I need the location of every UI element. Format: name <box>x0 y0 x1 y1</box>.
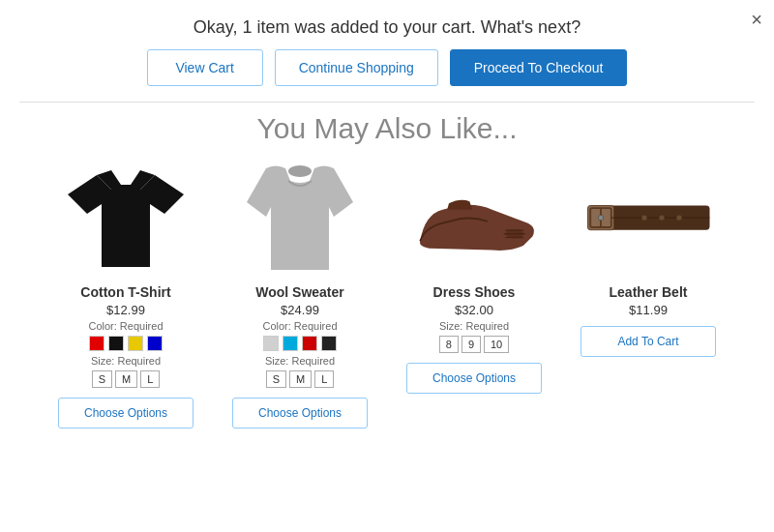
product-image-cotton-tshirt <box>58 161 194 277</box>
size-option[interactable]: 9 <box>461 336 481 353</box>
size-options-wool-sweater: SML <box>266 370 335 388</box>
add-to-cart-button[interactable]: Add To Cart <box>580 326 716 357</box>
size-options-cotton-tshirt: SML <box>92 370 161 388</box>
product-price-cotton-tshirt: $12.99 <box>106 303 145 317</box>
product-image-dress-shoes <box>406 161 542 277</box>
size-option[interactable]: M <box>115 370 137 388</box>
size-option[interactable]: S <box>266 370 286 388</box>
color-swatch[interactable] <box>321 336 337 351</box>
size-label-cotton-tshirt: Size: Required <box>91 355 161 367</box>
color-swatch[interactable] <box>302 336 317 351</box>
svg-point-15 <box>676 215 681 220</box>
svg-point-14 <box>659 215 664 220</box>
size-option[interactable]: 8 <box>439 336 459 353</box>
close-button[interactable]: × <box>751 10 762 29</box>
color-swatch[interactable] <box>147 336 163 351</box>
color-swatch[interactable] <box>89 336 104 351</box>
size-option[interactable]: L <box>140 370 160 388</box>
product-name-dress-shoes: Dress Shoes <box>433 284 516 300</box>
color-swatches-cotton-tshirt <box>89 336 163 351</box>
product-card-cotton-tshirt: Cotton T-Shirt$12.99Color: RequiredSize:… <box>39 161 213 436</box>
product-price-dress-shoes: $32.00 <box>455 303 493 317</box>
size-option[interactable]: M <box>289 370 312 388</box>
color-swatch[interactable] <box>128 336 143 351</box>
product-name-cotton-tshirt: Cotton T-Shirt <box>80 284 170 300</box>
size-options-dress-shoes: 8910 <box>439 336 510 353</box>
color-label-wool-sweater: Color: Required <box>262 320 337 332</box>
choose-options-button[interactable]: Choose Options <box>406 363 542 394</box>
choose-options-button[interactable]: Choose Options <box>58 398 194 429</box>
svg-point-13 <box>641 215 646 220</box>
color-swatch[interactable] <box>283 336 298 351</box>
svg-point-11 <box>598 215 603 220</box>
section-title: You May Also Like... <box>0 103 774 161</box>
continue-shopping-button[interactable]: Continue Shopping <box>275 49 438 86</box>
product-image-leather-belt <box>580 161 716 277</box>
product-card-leather-belt: Leather Belt$11.99Add To Cart <box>561 161 735 436</box>
size-option[interactable]: S <box>92 370 112 388</box>
product-name-leather-belt: Leather Belt <box>610 284 688 300</box>
svg-point-2 <box>288 165 312 177</box>
size-option[interactable]: L <box>314 370 334 388</box>
product-image-wool-sweater <box>232 161 368 277</box>
product-card-wool-sweater: Wool Sweater$24.99Color: RequiredSize: R… <box>213 161 387 436</box>
product-card-dress-shoes: Dress Shoes$32.00Size: Required8910Choos… <box>387 161 561 436</box>
view-cart-button[interactable]: View Cart <box>147 49 263 86</box>
color-swatches-wool-sweater <box>263 336 337 351</box>
product-name-wool-sweater: Wool Sweater <box>255 284 344 300</box>
product-price-wool-sweater: $24.99 <box>281 303 319 317</box>
size-option[interactable]: 10 <box>484 336 509 353</box>
size-label-wool-sweater: Size: Required <box>265 355 335 367</box>
products-grid: Cotton T-Shirt$12.99Color: RequiredSize:… <box>0 161 774 436</box>
color-label-cotton-tshirt: Color: Required <box>88 320 163 332</box>
color-swatch[interactable] <box>108 336 124 351</box>
size-label-dress-shoes: Size: Required <box>439 320 509 332</box>
color-swatch[interactable] <box>263 336 279 351</box>
header-message: Okay, 1 item was added to your cart. Wha… <box>0 0 774 49</box>
proceed-checkout-button[interactable]: Proceed To Checkout <box>450 49 628 86</box>
action-buttons: View Cart Continue Shopping Proceed To C… <box>0 49 774 102</box>
choose-options-button[interactable]: Choose Options <box>232 398 368 429</box>
product-price-leather-belt: $11.99 <box>629 303 668 317</box>
